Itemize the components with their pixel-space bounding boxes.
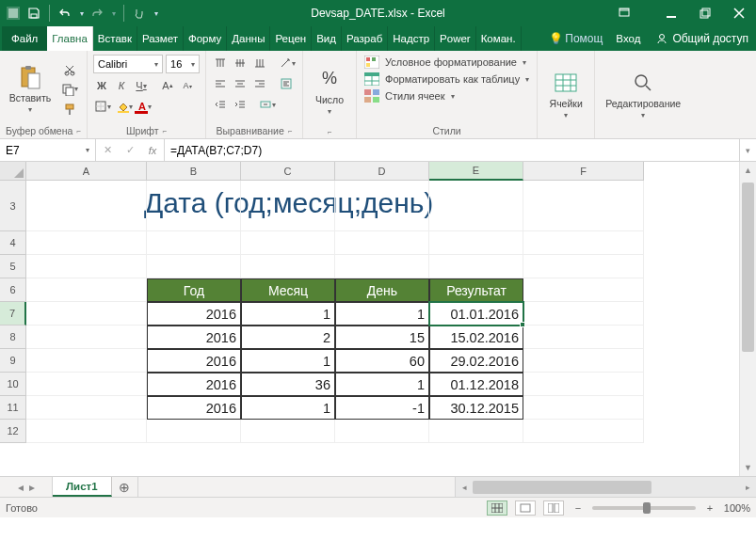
cell[interactable]: 1 — [241, 302, 335, 326]
row-header-9[interactable]: 9 — [0, 349, 26, 373]
cancel-icon[interactable]: ✕ — [96, 144, 119, 156]
cell[interactable] — [26, 326, 147, 349]
orientation-button[interactable]: ▾ — [278, 55, 297, 71]
cell[interactable] — [523, 231, 644, 255]
number-launcher[interactable]: ⌐ — [328, 128, 332, 136]
shrink-font-button[interactable]: A▾ — [179, 77, 196, 94]
tab-insert[interactable]: Вставк — [93, 26, 137, 51]
row-header-11[interactable]: 11 — [0, 396, 26, 420]
cell[interactable] — [523, 181, 644, 231]
scroll-thumb[interactable] — [742, 183, 754, 352]
cell[interactable] — [241, 420, 335, 443]
align-center[interactable] — [232, 75, 249, 92]
cell[interactable] — [335, 231, 429, 255]
formula-input[interactable]: =ДАТА(B7;C7;D7) — [165, 139, 739, 161]
cell[interactable]: 2016 — [147, 302, 241, 326]
undo-icon[interactable] — [57, 6, 72, 21]
cell[interactable] — [26, 302, 147, 326]
touch-mode-icon[interactable] — [132, 6, 147, 21]
cell[interactable]: 36 — [241, 373, 335, 396]
row-header-8[interactable]: 8 — [0, 326, 26, 349]
borders-button[interactable]: ▾ — [93, 98, 112, 115]
cell[interactable] — [335, 181, 429, 231]
tab-formulas[interactable]: Форму — [184, 26, 227, 51]
cell[interactable] — [26, 231, 147, 255]
tab-review[interactable]: Рецен — [270, 26, 312, 51]
cell[interactable] — [523, 326, 644, 349]
tab-view[interactable]: Вид — [312, 26, 342, 51]
sheet-tab-1[interactable]: Лист1 — [53, 477, 112, 497]
redo-dropdown[interactable]: ▾ — [112, 9, 116, 18]
cut-icon[interactable] — [60, 61, 79, 78]
font-size-select[interactable]: 16▾ — [166, 55, 200, 73]
cell[interactable]: 2 — [241, 326, 335, 349]
cell[interactable] — [523, 396, 644, 420]
cell[interactable] — [26, 420, 147, 443]
zoom-out-button[interactable]: − — [571, 502, 585, 514]
select-all-corner[interactable] — [0, 162, 26, 181]
cells-button[interactable]: Ячейки ▾ — [543, 55, 588, 135]
col-header-B[interactable]: B — [147, 162, 241, 181]
row-header-12[interactable]: 12 — [0, 420, 26, 443]
normal-view-button[interactable] — [487, 500, 507, 516]
undo-dropdown[interactable]: ▾ — [80, 9, 84, 18]
sheet-nav-prev[interactable]: ◂ — [18, 481, 24, 494]
underline-button[interactable]: Ч ▾ — [133, 77, 150, 94]
redo-icon[interactable] — [89, 6, 105, 21]
signin-button[interactable]: Вход — [608, 26, 648, 51]
cell[interactable]: 01.12.2018 — [429, 373, 523, 396]
col-header-E[interactable]: E — [429, 162, 523, 181]
editing-button[interactable]: Редактирование ▾ — [601, 55, 685, 135]
grow-font-button[interactable]: A▴ — [159, 77, 176, 94]
cell[interactable]: 2016 — [147, 326, 241, 349]
cell[interactable] — [147, 181, 241, 231]
tab-layout[interactable]: Размет — [137, 26, 184, 51]
cell[interactable] — [26, 373, 147, 396]
format-painter-icon[interactable] — [60, 101, 79, 118]
cell[interactable]: Год — [147, 278, 241, 302]
cell[interactable] — [429, 181, 523, 231]
share-button[interactable]: Общий доступ — [648, 26, 756, 51]
zoom-level[interactable]: 100% — [724, 502, 750, 514]
cell[interactable] — [241, 181, 335, 231]
copy-icon[interactable]: ▾ — [60, 81, 79, 98]
align-top[interactable] — [212, 55, 229, 71]
clipboard-launcher[interactable]: ⌐ — [76, 127, 81, 135]
sheet-nav-next[interactable]: ▸ — [29, 481, 35, 494]
cell[interactable]: Результат — [429, 278, 523, 302]
font-name-select[interactable]: Calibri▾ — [93, 55, 163, 73]
col-header-A[interactable]: A — [26, 162, 147, 181]
merge-button[interactable]: ▾ — [258, 96, 277, 113]
tab-home[interactable]: Главна — [47, 26, 93, 51]
cell[interactable] — [26, 396, 147, 420]
row-header-6[interactable]: 6 — [0, 278, 26, 302]
tab-file[interactable]: Файл — [2, 26, 47, 51]
cell[interactable] — [429, 231, 523, 255]
cell[interactable] — [147, 420, 241, 443]
cell-styles-button[interactable]: Стили ячеек▾ — [362, 88, 531, 103]
cell[interactable] — [523, 278, 644, 302]
tab-addins[interactable]: Надстр — [388, 26, 435, 51]
cell[interactable]: 1 — [335, 302, 429, 326]
align-middle[interactable] — [232, 55, 249, 71]
cell[interactable]: 2016 — [147, 373, 241, 396]
name-box[interactable]: E7▾ — [0, 139, 96, 161]
font-launcher[interactable]: ⌐ — [162, 127, 167, 135]
enter-icon[interactable]: ✓ — [119, 144, 141, 156]
cell[interactable] — [335, 420, 429, 443]
italic-button[interactable]: К — [113, 77, 130, 94]
hscroll-thumb[interactable] — [473, 481, 651, 494]
cell[interactable]: 29.02.2016 — [429, 349, 523, 373]
cell[interactable]: 15.02.2016 — [429, 326, 523, 349]
font-color-button[interactable]: A▾ — [137, 98, 153, 115]
tab-power[interactable]: Power — [435, 26, 476, 51]
minimize-icon[interactable] — [654, 0, 688, 26]
restore-icon[interactable] — [688, 0, 722, 26]
tab-team[interactable]: Коман. — [476, 26, 522, 51]
cell[interactable]: 1 — [241, 349, 335, 373]
cell[interactable]: 1 — [335, 373, 429, 396]
zoom-slider[interactable] — [592, 506, 696, 510]
align-bottom[interactable] — [251, 55, 268, 71]
cell[interactable] — [147, 231, 241, 255]
cell[interactable] — [429, 420, 523, 443]
